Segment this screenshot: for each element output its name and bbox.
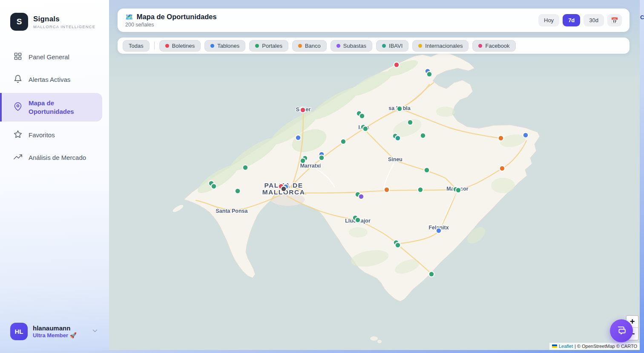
brand: S Signals MALLORCA INTELLIGENCE	[0, 0, 109, 42]
chip-color-dot	[418, 44, 422, 48]
sidebar-item-alertas-activas[interactable]: Alertas Activas	[0, 70, 105, 89]
map-pin-icon	[14, 102, 22, 112]
chip-color-dot	[165, 44, 169, 48]
sidebar-item-panel-general[interactable]: Panel General	[0, 48, 105, 66]
map-marker-green[interactable]	[424, 168, 430, 173]
filter-chip-boletines[interactable]: Boletines	[159, 40, 201, 52]
map-marker-green[interactable]	[363, 126, 368, 132]
dragonera-islet	[172, 204, 184, 214]
sidebar-item-label: Panel General	[29, 53, 69, 61]
map-marker-green[interactable]	[429, 272, 434, 277]
chip-label: Portales	[262, 43, 282, 49]
chevron-down-icon[interactable]	[91, 327, 99, 336]
map-marker-purple[interactable]	[359, 194, 364, 200]
map-town-label: Santa Ponsa	[216, 208, 248, 214]
map-marker-green[interactable]	[397, 106, 402, 112]
sidebar-item-label: Alertas Activas	[29, 75, 70, 84]
sidebar-item-mapa-de-oportunidades[interactable]: Mapa de Oportunidades	[0, 93, 102, 122]
chip-label: Tablones	[217, 43, 239, 49]
sidebar-nav: Panel GeneralAlertas ActivasMapa de Opor…	[0, 42, 109, 167]
chip-label: Banco	[305, 43, 321, 49]
brand-name: Signals	[33, 15, 95, 23]
sidebar-item-label: Análisis de Mercado	[29, 153, 86, 162]
sidebar-item-label: Favoritos	[29, 131, 55, 139]
page-title: Mapa de Oportunidades	[137, 13, 217, 21]
map-marker-green[interactable]	[300, 158, 306, 164]
filter-chip-portales[interactable]: Portales	[249, 40, 288, 52]
map-marker-orange[interactable]	[500, 166, 505, 171]
map-marker-blue[interactable]	[296, 135, 301, 141]
map-marker-green[interactable]	[243, 165, 248, 171]
sidebar: S Signals MALLORCA INTELLIGENCE Panel Ge…	[0, 0, 109, 350]
map-emoji-icon: 🗺️	[125, 13, 133, 21]
map-marker-orange[interactable]	[384, 187, 390, 193]
map-marker-green[interactable]	[395, 243, 401, 248]
ukraine-flag-icon	[552, 344, 557, 348]
map-marker-green[interactable]	[427, 72, 432, 77]
map-marker-green[interactable]	[355, 217, 361, 223]
brand-logo: S	[10, 13, 28, 31]
user-tier-badge: Ultra Member 🚀	[33, 332, 77, 339]
sidebar-item-favoritos[interactable]: Favoritos	[0, 126, 105, 144]
chip-divider	[154, 42, 155, 49]
chip-color-dot	[336, 44, 340, 48]
map-marker-green[interactable]	[211, 184, 217, 189]
map-marker-green[interactable]	[235, 188, 241, 194]
chip-label: Facebook	[485, 43, 509, 49]
chip-color-dot	[478, 44, 482, 48]
map-attribution: Leaflet | © OpenStreetMap © CARTO	[549, 343, 640, 350]
filter-chip-tablones[interactable]: Tablones	[204, 40, 245, 52]
time-filter-hoy[interactable]: Hoy	[538, 14, 559, 26]
map-marker-blue[interactable]	[436, 228, 442, 234]
chip-color-dot	[298, 44, 302, 48]
map-marker-green[interactable]	[418, 187, 423, 193]
chat-bubbles-icon	[616, 325, 627, 337]
filter-chip-todas[interactable]: Todas	[123, 40, 150, 52]
map-marker-green[interactable]	[408, 120, 413, 125]
map-marker-green[interactable]	[359, 113, 365, 119]
leaflet-link[interactable]: Leaflet	[559, 344, 573, 349]
sidebar-item-an-lisis-de-mercado[interactable]: Análisis de Mercado	[0, 148, 105, 167]
map-marker-blue[interactable]	[523, 133, 529, 138]
filter-chip-internacionales[interactable]: Internacionales	[412, 40, 469, 52]
filter-chip-subastas[interactable]: Subastas	[331, 40, 372, 52]
map-marker-red[interactable]	[394, 62, 400, 68]
grid-icon	[14, 52, 22, 62]
map-marker-teal[interactable]	[395, 136, 401, 141]
filter-chip-facebook[interactable]: Facebook	[472, 40, 515, 52]
chip-color-dot	[382, 44, 386, 48]
map-canvas[interactable]: Sóllersa PoblaIncaSineuPALMA DEMALLORCAM…	[109, 0, 640, 350]
map-marker-red[interactable]	[300, 107, 306, 113]
chip-label: Subastas	[343, 43, 366, 49]
map-marker-green[interactable]	[456, 188, 461, 193]
signal-count: 200 señales	[125, 22, 217, 28]
filter-chip-ibavi[interactable]: IBAVI	[376, 40, 408, 52]
chip-label: Internacionales	[425, 43, 463, 49]
time-filter-7d[interactable]: 7d	[563, 14, 580, 26]
brand-tagline: MALLORCA INTELLIGENCE	[33, 24, 95, 29]
map-marker-green[interactable]	[319, 155, 325, 161]
calendar-icon[interactable]: 📅	[607, 14, 622, 26]
cabrera-islet-2	[377, 340, 382, 343]
user-card[interactable]: HL hlanaumann Ultra Member 🚀	[0, 315, 109, 350]
trend-up-icon	[14, 153, 22, 162]
map-marker-orange[interactable]	[498, 136, 504, 141]
bell-icon	[14, 75, 22, 84]
cabrera-islet	[370, 336, 378, 341]
map-town-label: Sineu	[388, 156, 402, 162]
user-name: hlanaumann	[33, 324, 77, 332]
filter-chips-bar: TodasBoletinesTablonesPortalesBancoSubas…	[118, 38, 630, 54]
chip-color-dot	[210, 44, 214, 48]
map-marker-green[interactable]	[341, 139, 346, 145]
filter-chip-banco[interactable]: Banco	[292, 40, 327, 52]
map-marker-dark[interactable]	[281, 186, 287, 192]
chat-button[interactable]	[610, 319, 633, 342]
attribution-text: | © OpenStreetMap © CARTO	[575, 344, 637, 349]
app-root: S Signals MALLORCA INTELLIGENCE Panel Ge…	[0, 0, 644, 353]
map-marker-green[interactable]	[420, 133, 426, 139]
sidebar-item-label: Mapa de Oportunidades	[29, 99, 92, 116]
time-filter-30d[interactable]: 30d	[584, 14, 604, 26]
edge-clipped-text: Cl	[640, 14, 644, 20]
time-filter-group: Hoy7d30d📅	[538, 14, 622, 26]
chip-label: Todas	[129, 43, 144, 49]
